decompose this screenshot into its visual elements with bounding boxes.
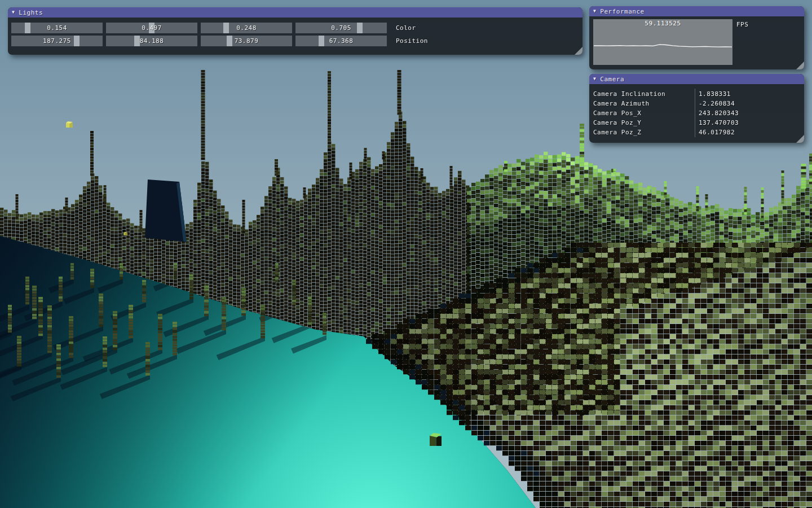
lights-color-label: Color	[396, 23, 416, 33]
camera-row-value: -2.260834	[699, 99, 735, 108]
lights-color-slider-3[interactable]: 0.248	[201, 23, 292, 33]
camera-column-divider	[695, 89, 695, 137]
panel-lights-header[interactable]: ▼ Lights	[8, 7, 582, 17]
panel-camera: ▼ Camera Camera Inclination 1.838331 Cam…	[589, 74, 804, 143]
panel-performance-header[interactable]: ▼ Performance	[589, 6, 804, 16]
slider-value: 0.248	[201, 23, 292, 33]
app-window: ▼ Lights 0.154 0.497 0.248 0.705 Color	[0, 0, 812, 508]
fps-graph-line	[594, 45, 732, 47]
resize-grip[interactable]	[575, 47, 582, 55]
collapse-icon[interactable]: ▼	[593, 9, 596, 14]
lights-position-row: 187.275 84.188 73.879 67.368 Position	[11, 36, 428, 46]
camera-row-label: Camera Poz_Y	[593, 118, 641, 128]
lights-position-label: Position	[396, 36, 428, 46]
lights-position-slider-4[interactable]: 67.368	[295, 36, 387, 46]
camera-row-label: Camera Poz_Z	[593, 128, 641, 137]
panel-title: Performance	[600, 8, 644, 15]
camera-row-inclination[interactable]: Camera Inclination 1.838331	[589, 89, 804, 99]
camera-rows: Camera Inclination 1.838331 Camera Azimu…	[589, 89, 804, 137]
camera-row-pos-z[interactable]: Camera Poz_Z 46.017982	[589, 128, 804, 137]
camera-row-label: Camera Azimuth	[593, 99, 650, 108]
camera-row-value: 1.838331	[699, 89, 731, 99]
camera-row-label: Camera Inclination	[593, 89, 665, 99]
camera-row-value: 243.820343	[699, 108, 739, 118]
fps-label: FPS	[736, 21, 748, 28]
lights-position-slider-3[interactable]: 73.879	[201, 36, 292, 46]
panel-title: Lights	[19, 9, 43, 16]
lights-color-slider-2[interactable]: 0.497	[106, 23, 197, 33]
panel-title: Camera	[600, 76, 624, 83]
lights-color-slider-1[interactable]: 0.154	[11, 23, 103, 33]
fps-graph: 59.113525	[593, 19, 732, 65]
slider-value: 0.497	[106, 23, 197, 33]
camera-row-pos-x[interactable]: Camera Pos_X 243.820343	[589, 108, 804, 118]
lights-color-row: 0.154 0.497 0.248 0.705 Color	[11, 23, 416, 33]
camera-row-azimuth[interactable]: Camera Azimuth -2.260834	[589, 99, 804, 108]
camera-row-label: Camera Pos_X	[593, 108, 641, 118]
panel-lights: ▼ Lights 0.154 0.497 0.248 0.705 Color	[8, 7, 582, 55]
fps-value: 59.113525	[593, 20, 732, 27]
collapse-icon[interactable]: ▼	[12, 10, 15, 15]
collapse-icon[interactable]: ▼	[593, 77, 596, 81]
slider-value: 0.705	[295, 23, 387, 33]
slider-value: 0.154	[11, 23, 103, 33]
slider-value: 187.275	[11, 36, 103, 46]
camera-row-pos-y[interactable]: Camera Poz_Y 137.470703	[589, 118, 804, 128]
camera-row-value: 137.470703	[699, 118, 739, 128]
lights-position-slider-1[interactable]: 187.275	[11, 36, 103, 46]
panel-performance: ▼ Performance 59.113525 FPS	[589, 6, 804, 69]
slider-value: 84.188	[106, 36, 197, 46]
lights-position-slider-2[interactable]: 84.188	[106, 36, 197, 46]
lights-color-slider-4[interactable]: 0.705	[295, 23, 387, 33]
slider-value: 67.368	[295, 36, 387, 46]
resize-grip[interactable]	[796, 62, 804, 69]
panel-camera-header[interactable]: ▼ Camera	[589, 74, 804, 84]
camera-row-value: 46.017982	[699, 128, 735, 137]
slider-value: 73.879	[201, 36, 292, 46]
resize-grip[interactable]	[796, 135, 804, 143]
